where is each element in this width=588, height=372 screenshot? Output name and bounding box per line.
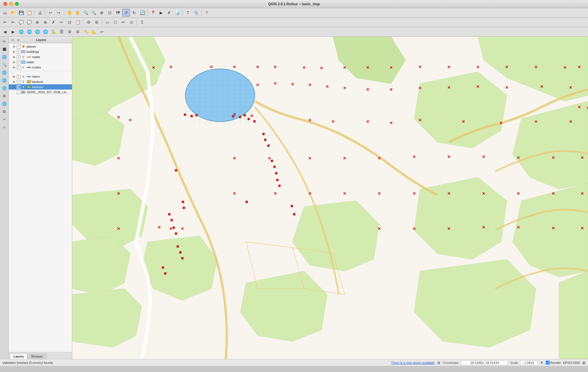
coord-value[interactable]: 20.51852,-34.01434 [461, 360, 508, 365]
render-check[interactable] [546, 361, 550, 364]
layer-item-landuse[interactable]: ▶ ✓ V landuse [9, 84, 72, 90]
deselect-button[interactable]: ✗ [165, 9, 173, 16]
select-features-button[interactable]: ▶ [157, 9, 165, 16]
left-tool-pencil[interactable]: ✏ [1, 38, 8, 45]
layer-checkbox-routes[interactable] [17, 66, 21, 69]
back-button[interactable]: ◀ [1, 28, 9, 36]
layer-expand-places[interactable]: ▶ [13, 45, 17, 48]
wfs-button[interactable]: 🌐 [42, 28, 49, 36]
save-project-button[interactable]: 💾 [17, 9, 25, 16]
layer-item-places[interactable]: ▶ places [9, 44, 72, 49]
digitize-settings-button[interactable]: ⚙ [93, 18, 100, 26]
pan-map-button[interactable]: 🖐 [66, 9, 73, 16]
scale-value[interactable]: 1:2819 [520, 360, 538, 365]
layer-expand-school[interactable]: ▶ [13, 80, 17, 83]
render-checkbox[interactable]: Render [546, 361, 561, 364]
plugin-link[interactable]: There is a new plugin available [391, 361, 434, 364]
select-radius-button[interactable]: ⊙ [128, 18, 135, 26]
scale-down-arrow[interactable]: ▼ [540, 361, 543, 365]
add-feature-button[interactable]: 💬 [17, 18, 25, 26]
layer-checkbox-landuse[interactable]: ✓ [17, 85, 21, 89]
left-tool-net4[interactable]: 🌐 [1, 100, 8, 107]
wms-button[interactable]: 🌐 [34, 28, 41, 36]
new-project-button[interactable]: 🗂 [1, 9, 9, 16]
field-calculator-button[interactable]: Σ [138, 18, 146, 26]
layer-checkbox-raster[interactable] [17, 90, 21, 94]
measure2-button[interactable]: 📐 [90, 28, 98, 36]
paste-feature-button[interactable]: 📋 [74, 18, 82, 26]
layer-expand-buildings[interactable]: ▶ [13, 50, 17, 53]
zoom-last-button[interactable]: ↺ [122, 9, 130, 16]
edit-pencil-button[interactable]: ✏ [1, 18, 9, 26]
left-tool-net[interactable]: 🌐 [1, 69, 8, 76]
layer-expand-roads[interactable]: ▶ [13, 55, 17, 58]
maximize-button[interactable] [15, 2, 19, 6]
map-area[interactable]: ✕ ✕ ✕ ✕ ✕ ✕ ✕ ✕ ✕ ✕ ✕ ✕ ✕ ✕ ✕ ✕ ✕ ✕ ✕ ✕ … [72, 37, 588, 359]
node-tool-button[interactable]: ⊗ [42, 18, 49, 26]
processing-button[interactable]: ⚙ [66, 28, 73, 36]
left-tool-rect[interactable]: ▭ [1, 124, 8, 131]
db-manager-button[interactable]: 🗄 [58, 28, 65, 36]
left-tool-node[interactable]: ✏ [1, 116, 8, 123]
left-tool-gear2[interactable]: ⚙ [1, 108, 8, 115]
pin-label-button[interactable]: 📎 [192, 9, 200, 16]
geocoder-button[interactable]: 🌐 [17, 28, 25, 36]
python-button[interactable]: 🐍 [50, 28, 57, 36]
save-as-button[interactable]: 📋 [25, 9, 33, 16]
layer-checkbox-places[interactable] [17, 45, 21, 49]
cut-feature-button[interactable]: ✂ [58, 18, 65, 26]
copy-feature-button[interactable]: ⊡ [66, 18, 73, 26]
refresh-button[interactable]: 🔄 [138, 9, 146, 16]
layer-checkbox-water[interactable] [17, 60, 21, 64]
crs-icon[interactable]: ⊕ [582, 360, 586, 365]
left-tool-net2[interactable]: 🌐 [1, 77, 8, 84]
undo2-button[interactable]: ↩ [98, 28, 106, 36]
epsg-label[interactable]: EPSG:4326 [563, 361, 580, 364]
add-feature2-button[interactable]: 💬 [25, 18, 33, 26]
layer-checkbox-rivers[interactable] [17, 75, 21, 79]
layer-checkbox-roads[interactable] [17, 55, 21, 59]
minimize-button[interactable] [9, 2, 13, 6]
layer-item-rivers[interactable]: ▶ V rivers [9, 74, 72, 79]
left-tool-globe[interactable]: 🌐 [1, 53, 8, 60]
zoom-selection-button[interactable]: ⊡ [106, 9, 114, 16]
zoom-in-button[interactable]: 🔍 [82, 9, 89, 16]
snap-button[interactable]: ⚙ [85, 18, 92, 26]
panel-close-icon[interactable]: ✕ [10, 38, 15, 42]
zoom-full-button[interactable]: ⊕ [98, 9, 106, 16]
open-project-button[interactable]: 📂 [9, 9, 17, 16]
print-button[interactable]: 🖨 [36, 9, 44, 16]
zoom-layer-button[interactable]: 🗺 [114, 9, 122, 16]
layer-expand-routes[interactable]: ▶ [13, 66, 17, 69]
redo-button[interactable]: ↪ [55, 9, 62, 16]
panel-close-icons[interactable]: ✕ ⊡ [10, 38, 21, 42]
left-tool-square[interactable]: ⬛ [1, 46, 8, 53]
left-tool-net3[interactable]: 🌐 [1, 85, 8, 92]
settings-button[interactable]: ⚙ [74, 28, 82, 36]
tab-browser[interactable]: Browser [27, 354, 47, 359]
delete-selected-button[interactable]: ✗ [50, 18, 57, 26]
forward-button[interactable]: ▶ [9, 28, 17, 36]
pan-to-selection-button[interactable]: ✋ [74, 9, 81, 16]
help-button[interactable]: ? [203, 9, 210, 16]
layer-item-buildings[interactable]: ▶ buildings [9, 49, 72, 54]
left-tool-gear[interactable]: ⚙ [1, 92, 8, 99]
layer-item-raster[interactable]: ▶ 3420C_2010_327_RGB_LATLNG [9, 90, 72, 95]
window-controls[interactable] [3, 2, 19, 6]
zoom-next-button[interactable]: ↻ [130, 9, 138, 16]
tab-layers[interactable]: Layers [10, 354, 27, 359]
layer-item-routes[interactable]: ▶ V routes [9, 65, 72, 70]
layer-checkbox-buildings[interactable] [17, 50, 21, 54]
undo-button[interactable]: ↩ [47, 9, 54, 16]
move-feature-button[interactable]: ⊕ [34, 18, 41, 26]
label-tool-button[interactable]: T [184, 9, 192, 16]
layer-item-school-property[interactable]: ▶ V landuse [9, 79, 72, 84]
layer-item-water[interactable]: ▶ water [9, 59, 72, 65]
open-attribute-table-button[interactable]: 📊 [173, 9, 181, 16]
identify-button[interactable]: 📍 [149, 9, 157, 16]
select-poly-button[interactable]: ⬡ [112, 18, 119, 26]
layer-checkbox-school[interactable] [17, 80, 21, 84]
layer-expand-rivers[interactable]: ▶ [13, 75, 17, 78]
close-button[interactable] [3, 2, 7, 6]
select-rect-button[interactable]: ▭ [103, 18, 111, 26]
